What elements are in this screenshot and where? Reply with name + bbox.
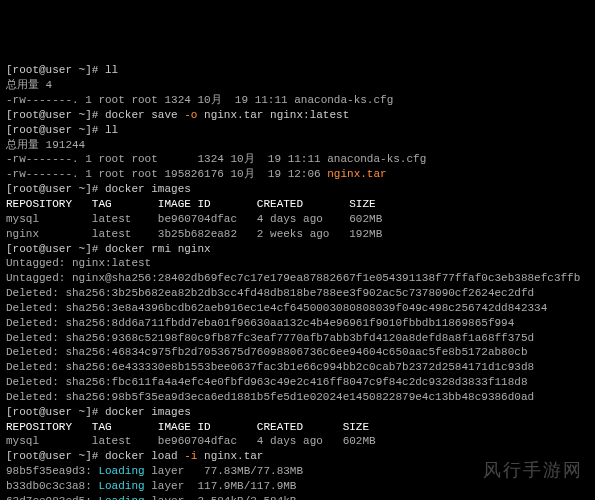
terminal-segment: mysql latest be960704dfac 4 days ago 602… (6, 435, 376, 447)
terminal-segment: layer 3.584kB/3.584kB (145, 495, 297, 500)
terminal-segment: Loading (98, 465, 144, 477)
terminal-line: nginx latest 3b25b682ea82 2 weeks ago 19… (6, 227, 589, 242)
terminal-line: Deleted: sha256:9368c52198f80c9fb87fc3ea… (6, 331, 589, 346)
terminal-segment: 总用量 191244 (6, 139, 85, 151)
terminal-line: 总用量 4 (6, 78, 589, 93)
terminal-segment: 98b5f35ea9d3: (6, 465, 98, 477)
terminal-segment: Loading (98, 480, 144, 492)
terminal-segment: 63d7ce983cd5: (6, 495, 98, 500)
terminal-segment: Deleted: sha256:98b5f35ea9d3eca6ed1881b5… (6, 391, 534, 403)
terminal-segment: [root@user ~]# ll (6, 64, 118, 76)
terminal-line: mysql latest be960704dfac 4 days ago 602… (6, 212, 589, 227)
terminal-segment: [root@user ~]# docker images (6, 406, 191, 418)
terminal-segment: 总用量 4 (6, 79, 52, 91)
terminal-segment: Deleted: sha256:3b25b682ea82b2db3cc4fd48… (6, 287, 534, 299)
terminal-segment: [root@user ~]# docker load (6, 450, 184, 462)
terminal-line: Untagged: nginx@sha256:28402db69fec7c17e… (6, 271, 589, 286)
terminal-line: [root@user ~]# ll (6, 123, 589, 138)
terminal-segment: layer 117.9MB/117.9MB (145, 480, 297, 492)
terminal-segment: Untagged: nginx@sha256:28402db69fec7c17e… (6, 272, 580, 284)
terminal-line: [root@user ~]# ll (6, 63, 589, 78)
terminal-line: REPOSITORY TAG IMAGE ID CREATED SIZE (6, 197, 589, 212)
terminal-segment: -rw-------. 1 root root 195826176 10月 19… (6, 168, 327, 180)
terminal-segment: Untagged: nginx:latest (6, 257, 151, 269)
terminal-segment: layer 77.83MB/77.83MB (145, 465, 303, 477)
terminal-segment: nginx latest 3b25b682ea82 2 weeks ago 19… (6, 228, 382, 240)
terminal-line: Deleted: sha256:46834c975fb2d7053675d760… (6, 345, 589, 360)
terminal-line: [root@user ~]# docker images (6, 182, 589, 197)
terminal-line: -rw-------. 1 root root 1324 10月 19 11:1… (6, 152, 589, 167)
terminal-line: -rw-------. 1 root root 195826176 10月 19… (6, 167, 589, 182)
terminal-segment: Deleted: sha256:fbc611fa4a4efc4e0fbfd963… (6, 376, 528, 388)
terminal-segment: REPOSITORY TAG IMAGE ID CREATED SIZE (6, 198, 376, 210)
terminal-line: Deleted: sha256:98b5f35ea9d3eca6ed1881b5… (6, 390, 589, 405)
terminal-line: Deleted: sha256:3b25b682ea82b2db3cc4fd48… (6, 286, 589, 301)
terminal-segment: [root@user ~]# ll (6, 124, 118, 136)
terminal-line: mysql latest be960704dfac 4 days ago 602… (6, 434, 589, 449)
terminal-segment: -i (184, 450, 197, 462)
terminal-segment: mysql latest be960704dfac 4 days ago 602… (6, 213, 382, 225)
terminal-line: [root@user ~]# docker images (6, 405, 589, 420)
terminal-segment: Loading (98, 495, 144, 500)
terminal-line: 63d7ce983cd5: Loading layer 3.584kB/3.58… (6, 494, 589, 500)
terminal-segment: b33db0c3c3a8: (6, 480, 98, 492)
terminal-line: Deleted: sha256:fbc611fa4a4efc4e0fbfd963… (6, 375, 589, 390)
terminal-line: [root@user ~]# docker rmi nginx (6, 242, 589, 257)
terminal-line: [root@user ~]# docker save -o nginx.tar … (6, 108, 589, 123)
terminal-line: Untagged: nginx:latest (6, 256, 589, 271)
terminal-segment: Deleted: sha256:3e8a4396bcdb62aeb916ec1e… (6, 302, 547, 314)
terminal-line: Deleted: sha256:8dd6a711fbdd7eba01f96630… (6, 316, 589, 331)
terminal-segment: [root@user ~]# docker save (6, 109, 184, 121)
terminal-segment: Deleted: sha256:9368c52198f80c9fb87fc3ea… (6, 332, 534, 344)
terminal-output[interactable]: [root@user ~]# ll总用量 4-rw-------. 1 root… (0, 59, 595, 500)
terminal-segment: nginx.tar nginx:latest (197, 109, 349, 121)
terminal-segment: [root@user ~]# docker images (6, 183, 191, 195)
watermark-text: 风行手游网 (483, 458, 583, 482)
terminal-segment: [root@user ~]# docker rmi nginx (6, 243, 211, 255)
terminal-segment: Deleted: sha256:8dd6a711fbdd7eba01f96630… (6, 317, 514, 329)
terminal-segment: nginx.tar (327, 168, 386, 180)
terminal-segment: Deleted: sha256:6e433330e8b1553bee0637fa… (6, 361, 534, 373)
terminal-line: Deleted: sha256:3e8a4396bcdb62aeb916ec1e… (6, 301, 589, 316)
terminal-line: REPOSITORY TAG IMAGE ID CREATED SIZE (6, 420, 589, 435)
terminal-line: 总用量 191244 (6, 138, 589, 153)
terminal-segment: -o (184, 109, 197, 121)
terminal-line: -rw-------. 1 root root 1324 10月 19 11:1… (6, 93, 589, 108)
terminal-segment: nginx.tar (197, 450, 263, 462)
terminal-line: Deleted: sha256:6e433330e8b1553bee0637fa… (6, 360, 589, 375)
terminal-segment: Deleted: sha256:46834c975fb2d7053675d760… (6, 346, 528, 358)
terminal-segment: REPOSITORY TAG IMAGE ID CREATED SIZE (6, 421, 369, 433)
terminal-segment: -rw-------. 1 root root 1324 10月 19 11:1… (6, 94, 393, 106)
terminal-segment: -rw-------. 1 root root 1324 10月 19 11:1… (6, 153, 426, 165)
